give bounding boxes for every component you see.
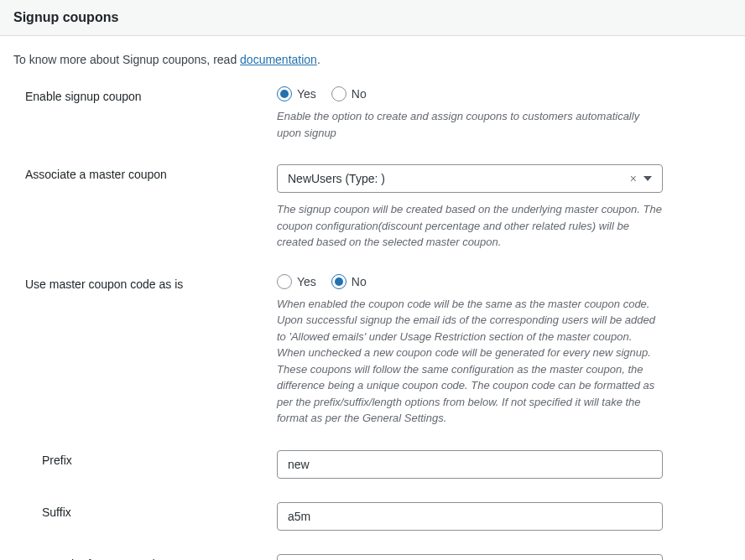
length-input[interactable] xyxy=(277,554,663,561)
documentation-link[interactable]: documentation xyxy=(240,53,317,66)
use-master-row: Use master coupon code as is Yes No When… xyxy=(13,274,732,427)
use-master-yes-label: Yes xyxy=(297,275,316,288)
enable-no-option[interactable]: No xyxy=(331,86,367,101)
intro-prefix: To know more about Signup coupons, read xyxy=(13,53,240,66)
use-master-label: Use master coupon code as is xyxy=(25,274,277,291)
intro-text: To know more about Signup coupons, read … xyxy=(13,53,732,66)
enable-yes-label: Yes xyxy=(297,87,316,101)
length-control xyxy=(277,554,663,561)
prefix-control xyxy=(277,450,663,479)
enable-description: Enable the option to create and assign c… xyxy=(277,108,663,141)
use-master-no-option[interactable]: No xyxy=(331,274,367,289)
enable-no-label: No xyxy=(352,87,367,101)
length-label: Length of coupon code xyxy=(42,554,277,561)
use-master-control: Yes No When enabled the coupon code will… xyxy=(277,274,663,427)
radio-icon xyxy=(277,274,292,289)
radio-icon xyxy=(277,86,292,101)
associate-control: NewUsers (Type: ) × The signup coupon wi… xyxy=(277,164,663,251)
associate-row: Associate a master coupon NewUsers (Type… xyxy=(13,164,732,251)
select-actions: × xyxy=(630,173,652,184)
enable-signup-control: Yes No Enable the option to create and a… xyxy=(277,86,663,141)
prefix-row: Prefix xyxy=(13,450,732,479)
associate-description: The signup coupon will be created based … xyxy=(277,201,663,251)
page-title: Signup coupons xyxy=(13,10,732,25)
radio-icon xyxy=(331,274,346,289)
enable-yes-option[interactable]: Yes xyxy=(277,86,316,101)
enable-signup-row: Enable signup coupon Yes No Enable the o… xyxy=(13,86,732,141)
use-master-description: When enabled the coupon code will be the… xyxy=(277,296,663,427)
associate-label: Associate a master coupon xyxy=(25,164,277,181)
use-master-yes-option[interactable]: Yes xyxy=(277,274,316,289)
select-value: NewUsers (Type: ) xyxy=(288,172,385,185)
use-master-radio-group: Yes No xyxy=(277,274,663,289)
suffix-label: Suffix xyxy=(42,502,277,519)
intro-suffix: . xyxy=(317,53,320,66)
enable-signup-radio-group: Yes No xyxy=(277,86,663,101)
master-coupon-select[interactable]: NewUsers (Type: ) × xyxy=(277,164,663,193)
suffix-input[interactable] xyxy=(277,502,663,531)
length-row: Length of coupon code xyxy=(13,554,732,561)
prefix-input[interactable] xyxy=(277,450,663,479)
clear-icon[interactable]: × xyxy=(630,173,637,184)
suffix-control xyxy=(277,502,663,531)
radio-icon xyxy=(331,86,346,101)
content-area: To know more about Signup coupons, read … xyxy=(0,36,745,560)
enable-signup-label: Enable signup coupon xyxy=(25,86,277,103)
chevron-down-icon xyxy=(643,176,652,181)
page-header: Signup coupons xyxy=(0,0,745,36)
prefix-label: Prefix xyxy=(42,450,277,467)
use-master-no-label: No xyxy=(352,275,367,288)
suffix-row: Suffix xyxy=(13,502,732,531)
